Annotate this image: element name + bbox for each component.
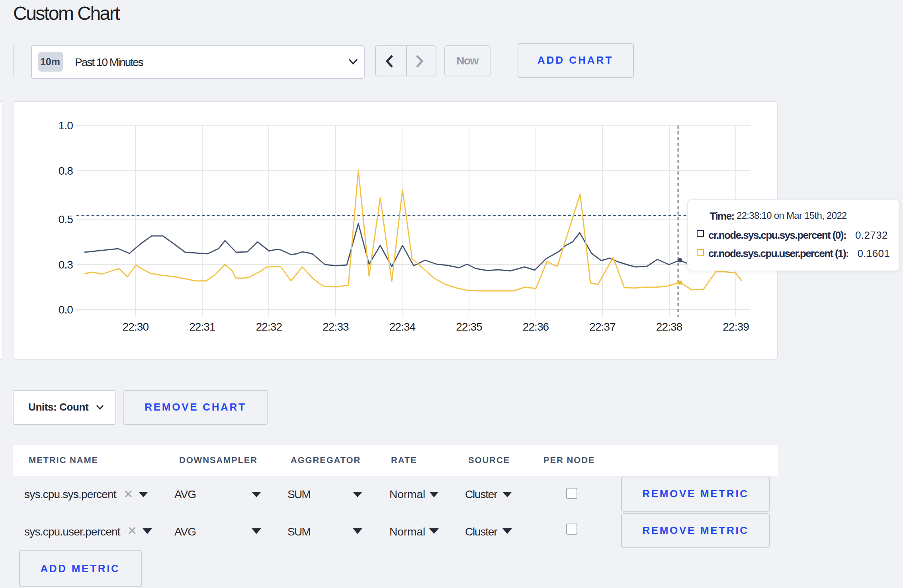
svg-text:22:39: 22:39 [722, 321, 749, 333]
svg-text:22:33: 22:33 [322, 321, 348, 333]
svg-text:22:30: 22:30 [122, 321, 149, 333]
svg-text:0.8: 0.8 [58, 165, 73, 177]
svg-text:0.5: 0.5 [58, 213, 73, 226]
svg-text:22:38: 22:38 [656, 321, 682, 333]
svg-text:0.0: 0.0 [58, 304, 73, 316]
svg-text:22:37: 22:37 [589, 321, 615, 333]
svg-text:22:32: 22:32 [256, 321, 282, 333]
svg-text:0.3: 0.3 [58, 259, 73, 271]
svg-text:1.0: 1.0 [58, 119, 73, 132]
svg-text:22:31: 22:31 [189, 321, 215, 333]
svg-text:22:36: 22:36 [522, 321, 549, 333]
svg-text:22:35: 22:35 [455, 321, 482, 333]
svg-text:22:34: 22:34 [389, 321, 415, 333]
